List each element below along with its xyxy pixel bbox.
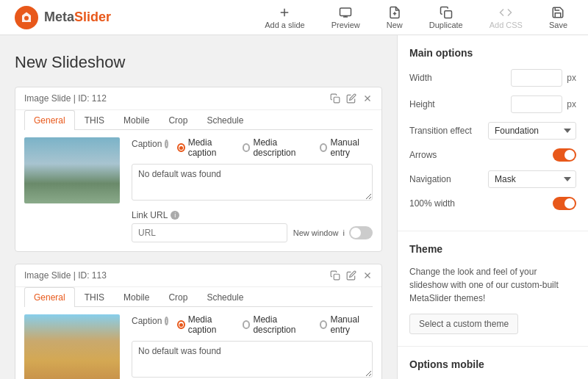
save-button[interactable]: Save [543, 3, 573, 32]
radio-dot-unchecked-1b [320, 143, 328, 152]
header: MetaSlider Add a slide Preview New Dupli… [0, 0, 588, 35]
radio-media-caption-1[interactable]: Media caption [177, 137, 234, 158]
close-icon-1[interactable] [362, 93, 373, 104]
preview-icon [339, 6, 352, 19]
duplicate-button[interactable]: Duplicate [423, 3, 469, 32]
radio-media-desc-2[interactable]: Media description [243, 314, 311, 335]
close-icon-2[interactable] [362, 270, 373, 281]
link-info-icon-1: i [171, 211, 179, 220]
transition-control: Foundation Fade Slide [488, 122, 576, 140]
arrows-control [553, 148, 576, 162]
link-label-1: Link URL i [132, 209, 373, 220]
new-window-info-icon-1: i [343, 228, 345, 237]
theme-description: Change the look and feel of your slidesh… [409, 265, 576, 305]
new-window-switch-1[interactable] [349, 226, 373, 239]
width-input[interactable]: 700 [511, 69, 562, 87]
width100-row: 100% width [409, 197, 576, 210]
theme-section: Theme Change the look and feel of your s… [398, 231, 588, 347]
width-control: 700 px [511, 69, 576, 87]
toolbar: Add a slide Preview New Duplicate Add CS… [259, 3, 573, 32]
arrows-row: Arrows [409, 148, 576, 162]
slide-card-1: Image Slide | ID: 112 General THIS Mobil… [15, 87, 382, 252]
radio-media-caption-2[interactable]: Media caption [177, 314, 234, 335]
tab-schedule-1[interactable]: Schedule [197, 110, 253, 130]
url-input-1[interactable] [132, 223, 287, 242]
caption-row-1: Caption i Media caption Media [132, 137, 373, 158]
tab-mobile-1[interactable]: Mobile [114, 110, 159, 130]
navigation-row: Navigation Mask None Dots [409, 170, 576, 188]
slide-image-1 [24, 137, 120, 203]
tab-crop-1[interactable]: Crop [159, 110, 197, 130]
arrows-label: Arrows [409, 150, 553, 160]
slide-fields-1: Caption i Media caption Media [132, 137, 373, 242]
radio-dot-checked-2 [177, 320, 185, 329]
radio-dot-unchecked-2a [243, 320, 251, 329]
tab-schedule-2[interactable]: Schedule [197, 287, 253, 307]
slide-header-actions-2 [330, 270, 373, 281]
caption-label-1: Caption i [132, 137, 168, 149]
edit-icon-1[interactable] [346, 93, 356, 104]
select-custom-theme-button[interactable]: Select a custom theme [409, 314, 518, 334]
caption-textarea-2[interactable]: No default was found [132, 341, 373, 378]
svg-rect-7 [334, 97, 340, 103]
height-row: Height 300 px [409, 95, 576, 113]
radio-manual-1[interactable]: Manual entry [320, 137, 373, 158]
caption-info-icon-2: i [165, 317, 168, 325]
plus-icon [278, 6, 291, 19]
radio-dot-unchecked-2b [320, 320, 328, 329]
edit-icon-2[interactable] [346, 270, 356, 281]
add-slide-button[interactable]: Add a slide [259, 3, 310, 32]
slide-header-actions-1 [330, 93, 373, 104]
preview-button[interactable]: Preview [326, 3, 366, 32]
radio-group-1: Media caption Media description Manual e… [177, 137, 373, 158]
slide-tabs-1: General THIS Mobile Crop Schedule [24, 110, 373, 130]
slide-body-1: General THIS Mobile Crop Schedule Captio… [15, 110, 381, 251]
slide-header-2: Image Slide | ID: 113 [15, 264, 381, 287]
width100-toggle[interactable] [553, 197, 576, 210]
page: New Slideshow Image Slide | ID: 112 Gene… [0, 35, 588, 379]
slide-card-2: Image Slide | ID: 113 General THIS Mobil… [15, 264, 382, 379]
logo: MetaSlider [15, 6, 111, 29]
new-button[interactable]: New [381, 3, 409, 32]
page-title: New Slideshow [15, 53, 382, 72]
caption-textarea-1[interactable]: No default was found [132, 164, 373, 201]
transition-label: Transition effect [409, 126, 488, 136]
slide-content-1: Caption i Media caption Media [24, 137, 373, 242]
new-icon [388, 6, 401, 19]
copy-icon-2[interactable] [330, 270, 340, 281]
logo-icon [15, 6, 38, 29]
navigation-label: Navigation [409, 174, 488, 184]
tab-this-2[interactable]: THIS [75, 287, 114, 307]
radio-dot-unchecked-1a [243, 143, 251, 152]
logo-text: MetaSlider [44, 10, 111, 25]
save-icon [551, 6, 564, 19]
add-css-button[interactable]: Add CSS [484, 3, 528, 32]
tab-general-2[interactable]: General [24, 287, 75, 307]
height-unit: px [567, 99, 576, 109]
width100-control [553, 197, 576, 210]
tab-this-1[interactable]: THIS [75, 110, 114, 130]
slide-fields-2: Caption i Media caption Media [132, 314, 373, 379]
link-url-row-1: Link URL i New window i [132, 209, 373, 242]
transition-select[interactable]: Foundation Fade Slide [488, 122, 576, 140]
height-label: Height [409, 99, 511, 109]
height-control: 300 px [511, 95, 576, 113]
tab-crop-2[interactable]: Crop [159, 287, 197, 307]
height-input[interactable]: 300 [511, 95, 562, 113]
caption-info-icon-1: i [165, 140, 168, 148]
duplicate-icon [440, 6, 453, 19]
radio-group-2: Media caption Media description Manual e… [177, 314, 373, 335]
slide-content-2: Caption i Media caption Media [24, 314, 373, 379]
copy-icon-1[interactable] [330, 93, 340, 104]
sidebar: Main options Width 700 px Height 300 px … [397, 35, 588, 379]
tab-general-1[interactable]: General [24, 110, 75, 130]
slide-header-1: Image Slide | ID: 112 [15, 87, 381, 110]
tab-mobile-2[interactable]: Mobile [114, 287, 159, 307]
radio-media-desc-1[interactable]: Media description [243, 137, 311, 158]
svg-rect-6 [444, 10, 451, 18]
radio-manual-2[interactable]: Manual entry [320, 314, 373, 335]
arrows-toggle[interactable] [553, 148, 576, 162]
main-options-title: Main options [409, 47, 576, 59]
width-unit: px [567, 73, 576, 83]
navigation-select[interactable]: Mask None Dots [488, 170, 576, 188]
